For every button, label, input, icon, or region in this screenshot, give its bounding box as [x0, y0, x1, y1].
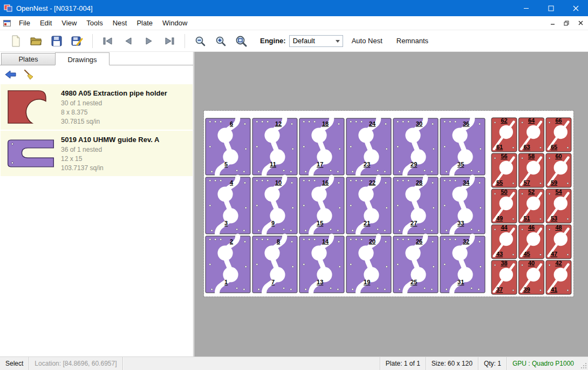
nested-purple-pair[interactable]: 3635 [440, 118, 485, 175]
document-icon[interactable] [0, 20, 14, 26]
save-button[interactable] [48, 32, 65, 50]
chevron-down-icon [336, 40, 340, 43]
drawings-toolbar [0, 65, 193, 84]
part-number: 15 [317, 220, 323, 226]
nested-purple-pair[interactable]: 43 [206, 177, 250, 234]
last-plate-button[interactable] [161, 32, 178, 50]
nested-red-pair[interactable]: 3837 [491, 260, 517, 294]
resize-grip[interactable] [579, 357, 588, 370]
plate-canvas[interactable]: 6512111817242330293635431091615222128273… [204, 111, 573, 297]
nested-red-pair[interactable]: 6261 [491, 117, 517, 152]
auto-nest-button[interactable]: Auto Nest [346, 33, 388, 48]
new-file-button[interactable] [7, 32, 24, 50]
part-number: 9 [271, 220, 275, 226]
part-number: 61 [496, 144, 503, 150]
next-plate-button[interactable] [140, 32, 158, 50]
part-number: 37 [496, 286, 503, 293]
nested-purple-pair[interactable]: 87 [252, 236, 297, 293]
nested-purple-pair[interactable]: 2827 [393, 177, 438, 234]
nested-red-pair[interactable]: 4847 [546, 224, 571, 259]
drawing-title: 4980 A05 Extraction pipe holder [61, 89, 189, 97]
nested-red-pair[interactable]: 5251 [519, 189, 544, 223]
nested-purple-pair[interactable]: 3231 [440, 236, 485, 293]
nested-purple-pair[interactable]: 3029 [393, 118, 438, 175]
menu-item-file[interactable]: File [14, 17, 35, 29]
clear-drawings-button[interactable] [22, 68, 37, 82]
menu-item-window[interactable]: Window [158, 17, 192, 29]
nested-purple-pair[interactable]: 1211 [252, 118, 297, 175]
engine-label: Engine: [260, 37, 286, 45]
nested-red-pair[interactable]: 4039 [519, 260, 544, 294]
tab-drawings[interactable]: Drawings [55, 52, 110, 65]
zoom-fit-button[interactable] [233, 32, 250, 50]
title-bar[interactable]: OpenNest - [N0317-004] [0, 0, 588, 16]
nested-red-pair[interactable]: 5453 [546, 189, 571, 223]
menu-item-tools[interactable]: Tools [81, 17, 107, 29]
nested-purple-pair[interactable]: 3433 [440, 177, 485, 234]
drawing-area: 30.7815 sq/in [61, 117, 189, 126]
open-file-button[interactable] [28, 32, 45, 50]
status-size: Size: 60 x 120 [426, 357, 478, 370]
nested-purple-pair[interactable]: 1817 [299, 118, 344, 175]
part-number: 19 [364, 279, 370, 285]
nested-red-pair[interactable]: 4645 [519, 224, 544, 259]
import-drawing-button[interactable] [3, 68, 18, 82]
nested-red-pair[interactable]: 5655 [491, 153, 517, 187]
nested-red-pair[interactable]: 4443 [491, 224, 517, 259]
purple-part-shape [6, 138, 56, 169]
save-as-button[interactable] [69, 32, 86, 50]
part-number: 60 [555, 153, 562, 159]
part-number: 57 [523, 179, 530, 186]
close-button[interactable] [563, 0, 588, 16]
minimize-button[interactable] [514, 0, 538, 16]
nested-purple-pair[interactable]: 2221 [346, 177, 391, 234]
maximize-button[interactable] [538, 0, 563, 16]
part-number: 36 [463, 120, 469, 127]
mdi-restore-button[interactable] [560, 18, 573, 29]
part-number: 46 [528, 224, 535, 231]
part-number: 38 [501, 260, 507, 266]
first-plate-button[interactable] [99, 32, 117, 50]
nested-purple-pair[interactable]: 2423 [346, 118, 391, 175]
mdi-close-button[interactable] [574, 18, 587, 29]
remnants-button[interactable]: Remnants [391, 33, 434, 48]
drawing-list-item[interactable]: 4980 A05 Extraction pipe holder 30 of 1 … [1, 84, 193, 130]
nested-red-pair[interactable]: 6665 [546, 117, 571, 152]
nested-purple-pair[interactable]: 109 [252, 177, 297, 234]
tab-plates[interactable]: Plates [1, 53, 56, 65]
nest-canvas[interactable]: 6512111817242330293635431091615222128273… [194, 52, 588, 356]
drawing-list-item[interactable]: 5019 A10 UHMW guide Rev. A 36 of 1 neste… [1, 131, 193, 176]
part-number: 17 [317, 161, 323, 167]
drawing-thumbnail [6, 87, 58, 126]
zoom-in-button[interactable] [212, 32, 229, 50]
menu-item-nest[interactable]: Nest [108, 17, 132, 29]
nested-purple-pair[interactable]: 21 [206, 236, 250, 293]
side-panel: Plates Drawings [0, 52, 194, 356]
nested-purple-pair[interactable]: 65 [206, 118, 250, 175]
part-number: 59 [551, 179, 557, 186]
nested-red-pair[interactable]: 6059 [546, 153, 571, 187]
previous-plate-button[interactable] [120, 32, 137, 50]
nested-purple-pair[interactable]: 2019 [346, 236, 391, 293]
nested-red-pair[interactable]: 6463 [519, 117, 544, 152]
part-number: 32 [463, 238, 469, 245]
nested-red-pair[interactable]: 5049 [491, 189, 517, 223]
nested-purple-pair[interactable]: 1413 [299, 236, 344, 293]
part-number: 55 [496, 179, 503, 186]
nested-red-pair[interactable]: 4241 [546, 260, 571, 294]
part-number: 2 [230, 238, 233, 245]
menu-item-view[interactable]: View [57, 17, 81, 29]
nested-purple-pair[interactable]: 2625 [393, 236, 438, 293]
mdi-minimize-button[interactable] [546, 18, 559, 29]
part-number: 6 [230, 120, 233, 127]
menu-item-edit[interactable]: Edit [35, 17, 57, 29]
part-number: 26 [416, 238, 422, 245]
status-mode: Select [0, 357, 29, 370]
part-number: 35 [457, 161, 464, 167]
menu-item-plate[interactable]: Plate [132, 17, 158, 29]
nested-purple-pair[interactable]: 1615 [299, 177, 344, 234]
status-divider [122, 357, 123, 370]
zoom-out-button[interactable] [192, 32, 209, 50]
engine-select[interactable]: Default [289, 35, 343, 47]
nested-red-pair[interactable]: 5857 [519, 153, 544, 187]
